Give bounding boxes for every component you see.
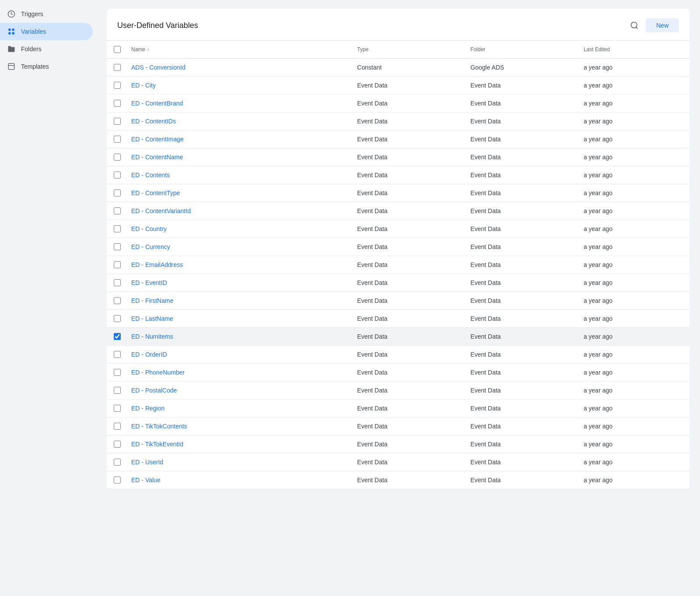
row-checkbox-20[interactable] [114, 423, 121, 430]
variable-link-4[interactable]: ED - ContentImage [131, 136, 184, 143]
row-name-9[interactable]: ED - Country [124, 220, 350, 238]
row-checkbox-2[interactable] [114, 100, 121, 107]
row-checkbox-cell-1[interactable] [107, 77, 124, 95]
row-checkbox-23[interactable] [114, 477, 121, 484]
row-checkbox-22[interactable] [114, 459, 121, 466]
row-checkbox-13[interactable] [114, 297, 121, 304]
row-checkbox-18[interactable] [114, 387, 121, 394]
row-checkbox-cell-14[interactable] [107, 310, 124, 328]
variable-link-12[interactable]: ED - EventID [131, 279, 167, 286]
row-name-21[interactable]: ED - TikTokEventId [124, 435, 350, 453]
row-checkbox-7[interactable] [114, 189, 121, 196]
row-checkbox-14[interactable] [114, 315, 121, 322]
row-checkbox-cell-13[interactable] [107, 292, 124, 310]
row-checkbox-cell-6[interactable] [107, 166, 124, 184]
row-name-6[interactable]: ED - Contents [124, 166, 350, 184]
row-checkbox-cell-0[interactable] [107, 59, 124, 77]
row-checkbox-16[interactable] [114, 351, 121, 358]
variable-link-3[interactable]: ED - ContentIDs [131, 118, 176, 125]
select-all-header[interactable] [107, 41, 124, 59]
variable-link-23[interactable]: ED - Value [131, 477, 161, 484]
row-checkbox-3[interactable] [114, 118, 121, 125]
row-name-10[interactable]: ED - Currency [124, 238, 350, 256]
sidebar-item-templates[interactable]: Templates [0, 58, 93, 75]
row-checkbox-cell-18[interactable] [107, 382, 124, 400]
variable-link-15[interactable]: ED - NumItems [131, 333, 173, 340]
row-name-22[interactable]: ED - UserId [124, 453, 350, 471]
variable-link-8[interactable]: ED - ContentVariantId [131, 207, 191, 214]
variable-link-2[interactable]: ED - ContentBrand [131, 100, 183, 107]
row-checkbox-11[interactable] [114, 261, 121, 268]
sidebar-item-folders[interactable]: Folders [0, 40, 93, 58]
variable-link-9[interactable]: ED - Country [131, 225, 167, 232]
select-all-checkbox[interactable] [114, 46, 121, 53]
row-name-0[interactable]: ADS - ConversionId [124, 59, 350, 77]
row-checkbox-9[interactable] [114, 225, 121, 232]
row-checkbox-cell-22[interactable] [107, 453, 124, 471]
row-checkbox-cell-17[interactable] [107, 364, 124, 382]
row-checkbox-cell-3[interactable] [107, 112, 124, 130]
variable-link-14[interactable]: ED - LastName [131, 315, 173, 322]
row-checkbox-cell-16[interactable] [107, 346, 124, 364]
row-checkbox-10[interactable] [114, 243, 121, 250]
row-checkbox-6[interactable] [114, 172, 121, 179]
row-checkbox-cell-8[interactable] [107, 202, 124, 220]
row-name-20[interactable]: ED - TikTokContents [124, 417, 350, 435]
variable-link-6[interactable]: ED - Contents [131, 172, 170, 179]
row-checkbox-cell-9[interactable] [107, 220, 124, 238]
variable-link-18[interactable]: ED - PostalCode [131, 387, 177, 394]
variable-link-5[interactable]: ED - ContentName [131, 154, 183, 161]
row-name-16[interactable]: ED - OrderID [124, 346, 350, 364]
row-name-14[interactable]: ED - LastName [124, 310, 350, 328]
row-name-23[interactable]: ED - Value [124, 471, 350, 489]
row-checkbox-15[interactable] [114, 333, 121, 340]
variable-link-17[interactable]: ED - PhoneNumber [131, 369, 185, 376]
variable-link-21[interactable]: ED - TikTokEventId [131, 441, 183, 448]
row-checkbox-5[interactable] [114, 154, 121, 161]
variable-link-11[interactable]: ED - EmailAddress [131, 261, 183, 268]
row-checkbox-cell-7[interactable] [107, 184, 124, 202]
variable-link-19[interactable]: ED - Region [131, 405, 164, 412]
row-checkbox-21[interactable] [114, 441, 121, 448]
variable-link-13[interactable]: ED - FirstName [131, 297, 173, 304]
row-checkbox-cell-5[interactable] [107, 148, 124, 166]
row-checkbox-cell-12[interactable] [107, 274, 124, 292]
row-name-5[interactable]: ED - ContentName [124, 148, 350, 166]
sidebar-item-variables[interactable]: Variables [0, 23, 93, 40]
row-checkbox-cell-2[interactable] [107, 95, 124, 112]
col-header-name[interactable]: Name ↑ [124, 41, 350, 59]
row-checkbox-cell-4[interactable] [107, 130, 124, 148]
row-checkbox-19[interactable] [114, 405, 121, 412]
row-checkbox-cell-11[interactable] [107, 256, 124, 274]
row-checkbox-1[interactable] [114, 82, 121, 89]
row-name-17[interactable]: ED - PhoneNumber [124, 364, 350, 382]
row-name-13[interactable]: ED - FirstName [124, 292, 350, 310]
row-name-15[interactable]: ED - NumItems [124, 328, 350, 346]
row-checkbox-12[interactable] [114, 279, 121, 286]
variable-link-16[interactable]: ED - OrderID [131, 351, 167, 358]
row-checkbox-8[interactable] [114, 207, 121, 214]
row-name-3[interactable]: ED - ContentIDs [124, 112, 350, 130]
variable-link-7[interactable]: ED - ContentType [131, 189, 180, 196]
row-name-8[interactable]: ED - ContentVariantId [124, 202, 350, 220]
row-name-1[interactable]: ED - City [124, 77, 350, 95]
variable-link-22[interactable]: ED - UserId [131, 459, 163, 466]
row-checkbox-cell-10[interactable] [107, 238, 124, 256]
row-name-7[interactable]: ED - ContentType [124, 184, 350, 202]
row-checkbox-cell-21[interactable] [107, 435, 124, 453]
row-name-11[interactable]: ED - EmailAddress [124, 256, 350, 274]
row-checkbox-cell-23[interactable] [107, 471, 124, 489]
row-name-18[interactable]: ED - PostalCode [124, 382, 350, 400]
row-checkbox-0[interactable] [114, 64, 121, 71]
row-name-2[interactable]: ED - ContentBrand [124, 95, 350, 112]
variable-link-1[interactable]: ED - City [131, 82, 156, 89]
row-name-19[interactable]: ED - Region [124, 400, 350, 417]
sidebar-item-triggers[interactable]: Triggers [0, 5, 93, 23]
variable-link-0[interactable]: ADS - ConversionId [131, 64, 186, 71]
row-checkbox-17[interactable] [114, 369, 121, 376]
row-name-4[interactable]: ED - ContentImage [124, 130, 350, 148]
row-checkbox-cell-20[interactable] [107, 417, 124, 435]
row-checkbox-cell-15[interactable] [107, 328, 124, 346]
row-checkbox-4[interactable] [114, 136, 121, 143]
variable-link-10[interactable]: ED - Currency [131, 243, 170, 250]
